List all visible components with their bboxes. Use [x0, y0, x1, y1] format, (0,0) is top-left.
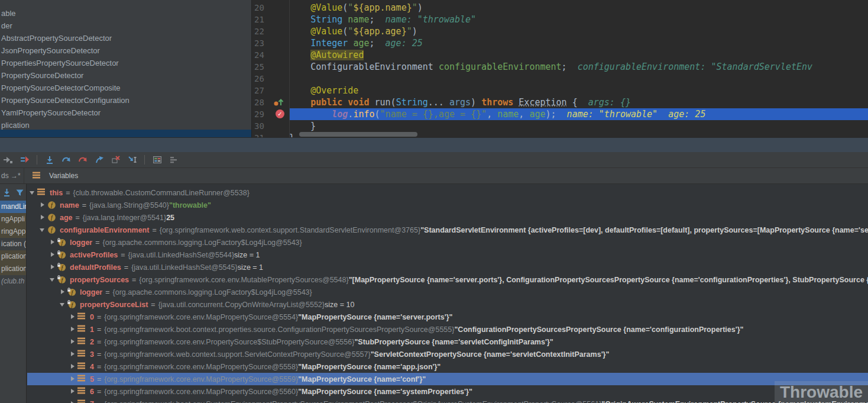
code-text: public void run(String... args) throws E…: [289, 96, 868, 108]
class-list-item[interactable]: PropertiesPropertySourceDetector: [0, 57, 251, 69]
editor-horizontal-scrollbar[interactable]: [293, 132, 672, 137]
line-number[interactable]: 20: [252, 2, 272, 14]
class-list-item[interactable]: PropertySourceDetectorConfiguration: [0, 94, 251, 107]
variable-row[interactable]: this={club.throwable.CustomCommandLineRu…: [27, 186, 868, 199]
tree-toggle-icon[interactable]: [49, 277, 56, 283]
tree-toggle-icon[interactable]: [69, 314, 76, 320]
collapse-frames-icon[interactable]: [2, 188, 11, 201]
variable-row[interactable]: fconfigurableEnvironment={org.springfram…: [27, 224, 868, 236]
variable-row[interactable]: 3={org.springframework.web.context.suppo…: [27, 348, 868, 360]
tree-toggle-icon[interactable]: [69, 352, 76, 357]
step-out-icon[interactable]: [92, 153, 106, 167]
frame-row[interactable]: (club.th: [0, 275, 26, 288]
frame-row[interactable]: mandLin: [0, 201, 26, 213]
variable-row[interactable]: fage={java.lang.Integer@5541} 25: [27, 211, 868, 224]
tree-toggle-icon[interactable]: [39, 227, 46, 233]
class-list-item[interactable]: YamlPropertySourceDetector: [0, 107, 251, 119]
variable-row[interactable]: 5={org.springframework.core.env.MapPrope…: [27, 373, 868, 385]
line-number[interactable]: 29: [252, 108, 272, 120]
line-number[interactable]: 24: [252, 49, 272, 61]
line-number[interactable]: 25: [252, 61, 272, 73]
tree-toggle-icon[interactable]: [39, 202, 46, 208]
tree-toggle-icon[interactable]: [49, 240, 56, 246]
tree-toggle-icon[interactable]: [49, 265, 56, 270]
class-list-item[interactable]: PropertySourceDetector: [0, 69, 251, 82]
code-line[interactable]: 24 @Autowired: [252, 49, 868, 61]
code-line[interactable]: 25 ConfigurableEnvironment configurableE…: [252, 61, 868, 73]
variable-row[interactable]: 0={org.springframework.core.env.MapPrope…: [27, 311, 868, 323]
tree-toggle-icon[interactable]: [69, 339, 76, 345]
variable-row[interactable]: 2={org.springframework.core.env.Property…: [27, 336, 868, 348]
line-number[interactable]: 30: [252, 120, 272, 132]
code-text: ConfigurableEnvironment configurableEnvi…: [289, 61, 868, 73]
line-number[interactable]: 23: [252, 37, 272, 49]
variable-row[interactable]: flogger={org.apache.commons.logging.LogF…: [27, 236, 868, 249]
tab-variables[interactable]: Variables: [24, 168, 86, 183]
variable-row[interactable]: flogger={org.apache.commons.logging.LogF…: [27, 286, 868, 298]
scrollbar-thumb[interactable]: [299, 132, 417, 137]
drop-frame-icon[interactable]: [109, 153, 122, 167]
tree-toggle-icon[interactable]: [69, 327, 76, 333]
run-to-cursor-icon[interactable]: [125, 153, 139, 167]
variable-value-part: "MapPropertySource {name='server.ports'}…: [298, 313, 452, 321]
tree-toggle-icon[interactable]: [59, 289, 66, 295]
tree-toggle-icon[interactable]: [29, 190, 36, 196]
code-line[interactable]: 26: [252, 73, 868, 85]
code-line[interactable]: 27 @Override: [252, 85, 868, 96]
code-token: ): [412, 26, 417, 37]
code-line[interactable]: 21 String name; name: "throwable": [252, 14, 868, 25]
tree-toggle-icon[interactable]: [49, 252, 56, 258]
threads-tab-fragment[interactable]: ds →*: [0, 172, 24, 180]
frames-filter-icon[interactable]: [15, 188, 24, 201]
class-list-selected-row[interactable]: [0, 130, 251, 137]
tree-toggle-icon[interactable]: [59, 302, 66, 308]
class-list-item[interactable]: AbstractPropertySourceDetector: [0, 32, 251, 44]
variable-row[interactable]: 4={org.springframework.core.env.MapPrope…: [27, 360, 868, 373]
force-step-into-icon[interactable]: [76, 153, 89, 167]
frame-row[interactable]: plication: [0, 263, 26, 275]
code-line[interactable]: 30 }: [252, 120, 868, 132]
code-line[interactable]: 23 Integer age; age: 25: [252, 37, 868, 49]
tree-toggle-icon[interactable]: [39, 215, 46, 221]
tree-toggle-icon[interactable]: [69, 389, 76, 395]
class-list-item[interactable]: JsonPropertySourceDetector: [0, 44, 251, 57]
evaluate-expression-icon[interactable]: [150, 153, 164, 167]
code-line[interactable]: 22 @Value("${app.age}"): [252, 25, 868, 37]
breakpoint-icon[interactable]: ✓: [272, 108, 289, 120]
code-editor[interactable]: 20 @Value("${app.name}")21 String name; …: [251, 0, 868, 137]
tree-toggle-icon[interactable]: [69, 364, 76, 370]
run-fragment-icon[interactable]: [1, 153, 15, 167]
variable-row[interactable]: 6={org.springframework.core.env.MapPrope…: [27, 385, 868, 398]
debugger-body: mandLinngAppliringAppication (plicationp…: [0, 184, 868, 403]
tree-toggle-icon[interactable]: [69, 376, 76, 382]
code-line[interactable]: 29✓ log.info("name = {},age = {}", name,…: [252, 108, 868, 120]
show-execution-point-icon[interactable]: [18, 153, 31, 167]
line-number[interactable]: 21: [252, 14, 272, 25]
tree-toggle-icon[interactable]: [69, 401, 76, 403]
variable-row[interactable]: fdefaultProfiles={java.util.LinkedHashSe…: [27, 261, 868, 273]
class-list-item[interactable]: der: [0, 20, 251, 32]
frame-row[interactable]: ringApp: [0, 225, 26, 238]
step-over-icon[interactable]: [43, 153, 56, 167]
code-line[interactable]: 20 @Value("${app.name}"): [252, 2, 868, 14]
line-number[interactable]: 31: [252, 132, 272, 137]
variable-row[interactable]: fpropertySourceList={java.util.concurren…: [27, 298, 868, 311]
class-list-item[interactable]: PropertySourceDetectorComposite: [0, 82, 251, 94]
class-list-item[interactable]: able: [0, 7, 251, 20]
restore-layout-icon[interactable]: [167, 153, 180, 167]
code-token: Exception: [519, 97, 566, 108]
variable-row[interactable]: factiveProfiles={java.util.LinkedHashSet…: [27, 249, 868, 261]
variable-row[interactable]: fname={java.lang.String@5540} "throwable…: [27, 199, 868, 211]
frame-row[interactable]: ication (: [0, 238, 26, 250]
line-number[interactable]: 26: [252, 73, 272, 85]
variable-row[interactable]: 1={org.springframework.boot.context.prop…: [27, 323, 868, 336]
line-number[interactable]: 28: [252, 96, 272, 108]
code-line[interactable]: 28 public void run(String... args) throw…: [252, 96, 868, 108]
step-into-icon[interactable]: [59, 153, 73, 167]
frame-row[interactable]: ngAppli: [0, 213, 26, 225]
line-number[interactable]: 22: [252, 25, 272, 37]
frame-row[interactable]: plication: [0, 250, 26, 263]
variable-row[interactable]: fpropertySources={org.springframework.co…: [27, 273, 868, 286]
line-number[interactable]: 27: [252, 85, 272, 96]
variable-row[interactable]: 7={org.springframework.boot.env.SystemEn…: [27, 398, 868, 403]
